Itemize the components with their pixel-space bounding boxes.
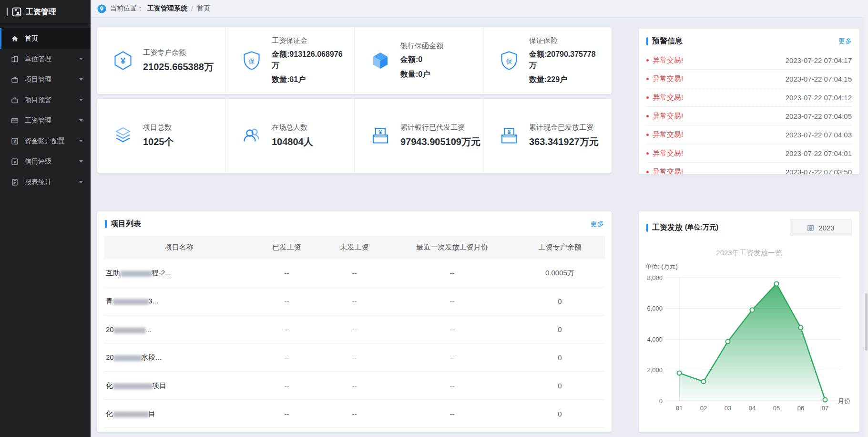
chevron-down-icon <box>79 160 83 163</box>
table-row[interactable]: 20▇▇▇▇▇▇▇▇... -- -- -- 0 <box>104 315 605 343</box>
warning-item[interactable]: 异常交易!2023-07-22 07:03:50 <box>646 163 852 174</box>
year-select[interactable]: 2023 <box>790 219 852 236</box>
table-row[interactable]: 20▇▇▇▇▇▇▇水段... -- -- -- 0 <box>104 343 605 372</box>
svg-text:月份: 月份 <box>838 397 850 405</box>
stat-label: 银行保函金额 <box>400 42 443 51</box>
sidebar-menu: 首页 单位管理 项目管理 项目预警 工资管理 <box>0 24 91 192</box>
warning-more-link[interactable]: 更多 <box>838 37 852 46</box>
sidebar-item-projects[interactable]: 项目管理 <box>0 69 91 90</box>
svg-text:02: 02 <box>700 405 707 412</box>
sidebar-item-reports[interactable]: 报表统计 <box>0 172 91 192</box>
stat-card-salary-deposit: 保 工资保证金 金额:913126.068976 万 数量:61户 <box>226 27 355 94</box>
table-row[interactable]: ▇▇▇▇▇▇▇▇▇▇▇ -- -- -- 0 <box>104 428 605 432</box>
sidebar-item-label: 信用评级 <box>25 157 73 166</box>
stat-card-bank-paid-total: ¥ 累计银行已代发工资 97943.905109万元 <box>355 99 483 173</box>
svg-text:0: 0 <box>659 397 663 405</box>
stat-value: 104804人 <box>272 135 313 148</box>
year-select-value: 2023 <box>818 224 834 232</box>
home-icon <box>11 35 19 42</box>
title-accent-bar <box>646 224 648 232</box>
location-pin-icon <box>97 4 106 13</box>
building-icon <box>11 55 19 63</box>
last-month-value: -- <box>389 372 515 400</box>
sidebar-item-units[interactable]: 单位管理 <box>0 49 91 69</box>
report-icon <box>11 178 19 186</box>
stat-card-cash-paid-total: ¥ 累计现金已发放工资 363.341927万元 <box>483 99 612 173</box>
warning-panel: 预警信息 更多 异常交易!2023-07-22 07:04:17 异常交易!20… <box>639 29 859 174</box>
redacted-text: ▇▇▇▇▇▇▇▇▇▇ <box>113 383 152 389</box>
cash-yen-icon: ¥ <box>499 125 520 146</box>
sidebar-item-label: 工资管理 <box>25 116 73 125</box>
cash-yen-icon: ¥ <box>370 125 391 146</box>
app-logo: ¥ 工资管理 <box>0 0 91 24</box>
app-title: 工资管理 <box>26 7 56 17</box>
unpaid-value: -- <box>319 287 389 315</box>
svg-text:保: 保 <box>249 58 255 65</box>
table-row[interactable]: 青▇▇▇▇▇▇▇▇▇3... -- -- -- 0 <box>104 287 605 315</box>
sidebar-item-fund-accounts[interactable]: ¥ 资金账户配置 <box>0 131 91 151</box>
chart-panel-title-unit: (单位:万元) <box>685 223 718 232</box>
paid-value: -- <box>254 259 319 287</box>
alert-dot-icon <box>646 115 649 117</box>
svg-text:¥: ¥ <box>508 128 511 135</box>
alert-dot-icon <box>646 96 649 99</box>
page-scrollbar-thumb[interactable] <box>865 293 868 351</box>
warning-item[interactable]: 异常交易!2023-07-22 07:04:01 <box>646 144 852 163</box>
stat-count: 数量:0户 <box>400 69 443 80</box>
svg-text:4,000: 4,000 <box>647 336 663 343</box>
chart-panel-title: 工资发放 <box>652 223 683 233</box>
page-scrollbar-track <box>864 0 868 437</box>
breadcrumb-current-link[interactable]: 首页 <box>197 4 210 13</box>
stat-label: 累计现金已发放工资 <box>529 123 599 132</box>
sidebar-item-credit-rating[interactable]: ¥ 信用评级 <box>0 151 91 172</box>
stat-label: 工资专户余额 <box>143 48 214 57</box>
briefcase-icon <box>11 76 19 83</box>
svg-text:8,000: 8,000 <box>647 274 663 281</box>
table-row[interactable]: 化▇▇▇▇▇▇▇▇▇▇项目 -- -- -- 0 <box>104 372 605 400</box>
stat-card-account-balance: ¥ 工资专户余额 21025.665388万 <box>97 27 226 94</box>
balance-value: 0 <box>515 428 605 432</box>
stat-card-people-onsite: 在场总人数 104804人 <box>226 99 355 173</box>
project-more-link[interactable]: 更多 <box>591 220 604 229</box>
balance-value: 0 <box>515 400 605 428</box>
chart-unit-label: 单位: (万元) <box>645 262 859 271</box>
warning-time: 2023-07-22 07:04:03 <box>786 131 852 139</box>
warning-text: 异常交易! <box>653 112 786 121</box>
warning-panel-title: 预警信息 <box>652 36 683 46</box>
svg-text:¥: ¥ <box>379 128 382 135</box>
warning-time: 2023-07-22 07:04:12 <box>786 94 852 102</box>
stat-card-bank-guarantee: 银行保函金额 金额:0 数量:0户 <box>355 27 483 94</box>
warning-item[interactable]: 异常交易!2023-07-22 07:04:15 <box>646 70 852 88</box>
sidebar-item-home[interactable]: 首页 <box>0 28 91 49</box>
briefcase-alert-icon <box>11 96 19 104</box>
table-row[interactable]: 化▇▇▇▇▇▇▇▇▇目 -- -- -- 0 <box>104 400 605 428</box>
stat-value: 97943.905109万元 <box>400 135 480 148</box>
svg-text:¥: ¥ <box>13 139 16 144</box>
warning-item[interactable]: 异常交易!2023-07-22 07:04:05 <box>646 107 852 125</box>
title-accent-bar <box>646 37 648 45</box>
salary-chart-panel: 工资发放 (单位:万元) 2023 2023年工资发放一览 单位: (万元) 0… <box>639 211 859 432</box>
warning-time: 2023-07-22 07:04:05 <box>786 112 852 120</box>
balance-value: 0 <box>515 372 605 400</box>
redacted-text: ▇▇▇▇▇▇▇▇ <box>114 327 145 333</box>
table-row[interactable]: 互助▇▇▇▇▇▇▇▇程-2... -- -- -- 0.0005万 <box>104 259 605 287</box>
warning-item[interactable]: 异常交易!2023-07-22 07:04:17 <box>646 51 852 70</box>
breadcrumb-root-link[interactable]: 工资管理系统 <box>147 4 187 13</box>
alert-dot-icon <box>646 134 649 136</box>
warning-item[interactable]: 异常交易!2023-07-22 07:04:03 <box>646 125 852 144</box>
credit-card-icon <box>11 117 19 125</box>
chevron-down-icon <box>79 181 83 183</box>
sidebar-item-label: 首页 <box>25 34 83 43</box>
shield-bao-icon: 保 <box>499 50 520 71</box>
sidebar-item-label: 资金账户配置 <box>25 137 73 146</box>
sidebar-item-label: 项目预警 <box>25 96 73 104</box>
redacted-text: ▇▇▇▇▇▇▇▇▇ <box>113 298 148 305</box>
sidebar-item-project-alerts[interactable]: 项目预警 <box>0 90 91 110</box>
svg-text:03: 03 <box>725 405 731 412</box>
svg-text:07: 07 <box>822 405 828 412</box>
col-header-paid: 已发工资 <box>254 236 319 259</box>
chevron-down-icon <box>79 140 83 142</box>
warning-item[interactable]: 异常交易!2023-07-22 07:04:12 <box>646 88 852 107</box>
sidebar-item-salary[interactable]: 工资管理 <box>0 110 91 131</box>
warning-list: 异常交易!2023-07-22 07:04:17 异常交易!2023-07-22… <box>639 51 859 174</box>
